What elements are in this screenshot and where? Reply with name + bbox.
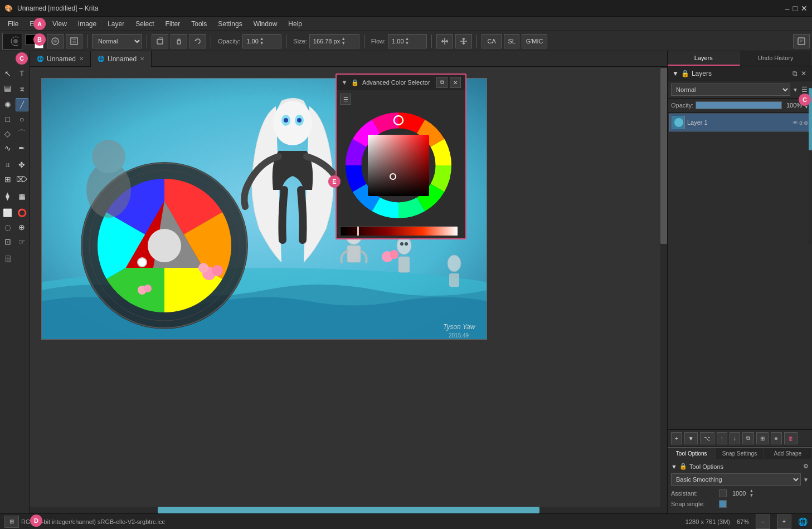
acs-detach-btn[interactable]: ⧉ <box>436 77 448 88</box>
menu-select[interactable]: Select <box>130 19 159 29</box>
canvas-vscroll-thumb[interactable] <box>660 68 667 244</box>
acs-options-btn[interactable]: ☰ <box>340 94 351 105</box>
menu-file[interactable]: File <box>2 19 24 29</box>
tool-crop[interactable]: ⌗ <box>1 158 14 172</box>
move-up-btn[interactable]: ↑ <box>717 432 727 444</box>
move-down-btn[interactable]: ↓ <box>730 432 740 444</box>
close-button[interactable]: ✕ <box>801 4 808 13</box>
menu-view[interactable]: View <box>47 19 72 29</box>
tool-reference[interactable]: ⌹ <box>1 252 14 265</box>
canvas-horizontal-scrollbar[interactable] <box>30 507 667 513</box>
tab-unnamed-1[interactable]: 🌐 Unnamed ✕ <box>30 51 91 67</box>
tool-ellipse-select[interactable]: ⭕ <box>16 206 29 219</box>
layer-item-1[interactable]: Layer 1 👁 α ⊕ <box>669 114 811 131</box>
title-bar-controls[interactable]: – □ ✕ <box>785 4 808 13</box>
layer-visibility-icon[interactable]: 👁 <box>792 120 798 126</box>
to-settings-btn[interactable]: ⚙ <box>803 463 809 470</box>
menu-help[interactable]: Help <box>283 19 308 29</box>
menu-layer[interactable]: Layer <box>102 19 130 29</box>
canvas-content[interactable]: Tyson Yaw 2015.49 ▼ 🔒 Advanced Color Sel… <box>30 67 667 513</box>
tool-zoom[interactable]: ⊡ <box>1 235 14 248</box>
size-spinner[interactable]: ▲ ▼ <box>341 37 346 46</box>
tool-select-arrow[interactable]: ↖ <box>1 67 14 80</box>
duplicate-layer-btn[interactable]: ⧉ <box>742 432 754 444</box>
tool-brush[interactable]: ╱ <box>16 98 29 111</box>
sl-btn[interactable]: SL <box>504 34 519 48</box>
tool-freehand[interactable]: ⌅ <box>16 81 29 95</box>
tool-calligraphy[interactable]: ✒ <box>16 141 29 155</box>
menu-window[interactable]: Window <box>248 19 283 29</box>
to-tab-tool-options[interactable]: Tool Options <box>668 448 716 459</box>
reset-btn[interactable] <box>189 34 206 48</box>
tool-ellipse[interactable]: ○ <box>16 112 29 126</box>
brush-options-btn[interactable] <box>47 34 64 48</box>
status-canvas-btn[interactable]: ⊞ <box>4 516 19 528</box>
layers-detach-btn[interactable]: ⧉ <box>791 68 799 79</box>
delete-layer-btn[interactable]: 🗑 <box>784 432 798 444</box>
layer-type-btn[interactable]: ▼ <box>684 432 698 444</box>
size-field[interactable]: 166.78 px ▲ ▼ <box>309 34 359 48</box>
tool-gradient[interactable]: ▦ <box>16 189 29 203</box>
color-wheel-wrap[interactable] <box>340 107 457 224</box>
mirror-h-btn[interactable] <box>436 34 453 48</box>
canvas-vertical-scrollbar[interactable] <box>660 67 667 507</box>
layer-inherit-icon[interactable]: ⊕ <box>804 120 808 126</box>
blend-mode-select[interactable]: Normal <box>92 34 142 48</box>
tool-fill[interactable]: ⧫ <box>1 189 14 203</box>
tab-2-close[interactable]: ✕ <box>140 56 144 62</box>
opacity-field[interactable]: 1.00 ▲ ▼ <box>242 34 281 48</box>
size-down[interactable]: ▼ <box>341 41 346 46</box>
opacity-slider[interactable] <box>696 101 782 109</box>
tool-rect-select[interactable]: ⬜ <box>1 206 14 219</box>
canvas-hscroll-thumb[interactable] <box>158 507 540 513</box>
opacity-down[interactable]: ▼ <box>260 41 264 46</box>
assistant-checkbox[interactable] <box>719 489 727 497</box>
status-zoom-in[interactable]: + <box>777 515 791 529</box>
tab-unnamed-2[interactable]: 🌐 Unnamed ✕ <box>91 51 152 67</box>
layers-close-btn[interactable]: ✕ <box>800 68 808 79</box>
tab-undo-history[interactable]: Undo History <box>740 51 813 66</box>
menu-settings[interactable]: Settings <box>212 19 247 29</box>
tool-poly[interactable]: ◇ <box>1 127 14 140</box>
value-strip[interactable] <box>340 226 457 235</box>
tool-rect[interactable]: □ <box>1 112 14 126</box>
snap-single-checkbox[interactable] <box>719 500 727 508</box>
toolbar-settings-btn[interactable] <box>793 34 810 48</box>
gmic-btn[interactable]: G'MIC <box>522 34 547 48</box>
ca-btn[interactable]: CA <box>482 34 502 48</box>
tool-contiguous[interactable]: ▤ <box>1 81 14 95</box>
tab-1-close[interactable]: ✕ <box>79 56 84 62</box>
alpha-lock-btn[interactable] <box>171 34 187 48</box>
tool-transform[interactable]: ⊞ <box>1 173 14 186</box>
acs-menu-btn[interactable]: ▼ <box>341 79 348 86</box>
erase-btn[interactable] <box>152 34 168 48</box>
tool-move[interactable]: ✥ <box>16 158 29 172</box>
tool-text[interactable]: T <box>16 67 29 80</box>
tool-multibrush[interactable]: ✺ <box>1 98 14 111</box>
tool-deform[interactable]: ⌦ <box>16 173 29 186</box>
brush-icon-btn[interactable] <box>66 34 82 48</box>
menu-tools[interactable]: Tools <box>186 19 212 29</box>
layers-collapse-btn[interactable]: ▼ <box>672 70 679 77</box>
tab-layers[interactable]: Layers <box>668 51 740 66</box>
tool-curve[interactable]: ∿ <box>1 141 14 155</box>
brush-preset-thumb[interactable] <box>2 33 22 50</box>
copy-layer-btn[interactable]: ⌥ <box>700 432 714 444</box>
menu-image[interactable]: Image <box>72 19 102 29</box>
opacity-row-down[interactable]: ▼ <box>804 105 809 110</box>
status-zoom-out[interactable]: – <box>756 515 770 529</box>
layers-vscroll[interactable] <box>809 88 812 244</box>
mirror-v-btn[interactable] <box>455 34 472 48</box>
smoothing-select[interactable]: Basic Smoothing No Smoothing Stabilizer … <box>671 473 801 486</box>
acs-titlebar[interactable]: ▼ 🔒 Advanced Color Selector ⧉ ✕ <box>337 75 465 90</box>
acs-close-btn[interactable]: ✕ <box>450 77 461 88</box>
to-tab-add-shape[interactable]: Add Shape <box>764 448 812 459</box>
minimize-button[interactable]: – <box>785 4 790 13</box>
to-collapse-btn[interactable]: ▼ <box>671 463 677 470</box>
maximize-button[interactable]: □ <box>793 4 798 13</box>
assistant-down[interactable]: ▼ <box>749 493 753 498</box>
tool-pan[interactable]: ☞ <box>16 235 29 248</box>
flow-field[interactable]: 1.00 ▲ ▼ <box>388 34 427 48</box>
add-layer-btn[interactable]: + <box>671 432 682 444</box>
layer-blend-mode[interactable]: Normal <box>671 84 790 96</box>
